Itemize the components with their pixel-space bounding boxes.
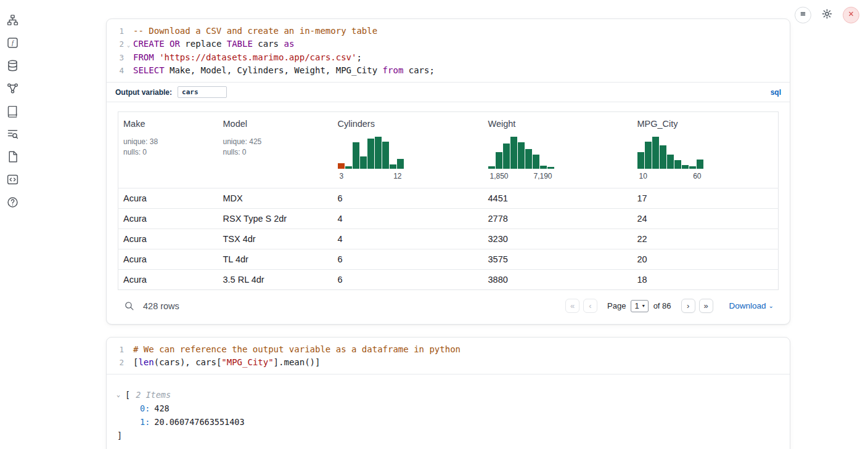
table-row[interactable]: AcuraRSX Type S 2dr4277824 xyxy=(118,209,779,229)
histogram-bar[interactable] xyxy=(652,137,659,169)
table-cell: Acura xyxy=(118,188,218,209)
histogram-bar[interactable] xyxy=(345,166,352,169)
histogram-bar[interactable] xyxy=(360,156,367,169)
file-explorer-icon[interactable] xyxy=(5,12,20,27)
line-number: 3 xyxy=(109,52,124,64)
fold-chevron-icon[interactable]: ⌄ xyxy=(124,39,133,51)
column-stat: unique: 38 xyxy=(123,137,213,147)
table-row[interactable]: AcuraMDX6445117 xyxy=(118,188,779,209)
code-line: 3FROM 'https://datasets.marimo.app/cars.… xyxy=(109,51,784,64)
download-button[interactable]: Download ⌄ xyxy=(729,301,774,310)
tree-close: ] xyxy=(117,429,779,442)
line-number: 1 xyxy=(109,25,124,38)
column-header-make[interactable]: Makeunique: 38nulls: 0 xyxy=(118,112,218,188)
weight-histogram[interactable] xyxy=(488,137,554,169)
tree-entry: 0:428 xyxy=(117,402,779,415)
last-page-icon: » xyxy=(703,301,708,310)
histogram-bar[interactable] xyxy=(397,159,404,169)
prev-page-button[interactable]: ‹ xyxy=(583,299,597,313)
code-line: 2[len(cars), cars["MPG_City"].mean()] xyxy=(109,356,784,369)
histogram-bar[interactable] xyxy=(637,152,644,169)
data-table: Makeunique: 38nulls: 0Modelunique: 425nu… xyxy=(118,111,779,290)
prev-page-icon: ‹ xyxy=(589,301,591,310)
histogram-bar[interactable] xyxy=(689,166,696,169)
line-number: 2 xyxy=(109,38,124,51)
documentation-icon[interactable] xyxy=(5,103,20,118)
tree-entries: 0:4281:20.060747663551403 xyxy=(117,402,779,429)
page-select[interactable]: 1 ▾ xyxy=(631,300,648,312)
histogram-bar[interactable] xyxy=(667,155,674,169)
code-text: # We can reference the output variable a… xyxy=(133,343,461,355)
histogram-bar[interactable] xyxy=(488,166,495,169)
table-cell: 18 xyxy=(633,270,779,290)
histogram-bar[interactable] xyxy=(674,160,681,169)
mpg_city-histogram[interactable] xyxy=(637,137,703,169)
line-number: 2 xyxy=(109,357,124,369)
histogram-bar[interactable] xyxy=(353,142,359,169)
table-cell: TSX 4dr xyxy=(218,229,333,249)
line-number: 4 xyxy=(109,65,124,77)
sql-code-editor[interactable]: 1-- Download a CSV and create an in-memo… xyxy=(107,19,790,82)
column-header-mpg_city[interactable]: MPG_City1060 xyxy=(633,112,779,188)
column-header-weight[interactable]: Weight1,8507,190 xyxy=(483,112,633,188)
histogram-bar[interactable] xyxy=(525,149,532,169)
code-editor-icon[interactable] xyxy=(5,172,20,187)
first-page-button[interactable]: « xyxy=(565,299,579,313)
help-icon[interactable] xyxy=(5,195,20,209)
histogram-range-labels: 1,8507,190 xyxy=(488,172,554,180)
histogram-bar[interactable] xyxy=(367,139,374,169)
table-cell: 4 xyxy=(333,209,483,229)
table-row[interactable]: AcuraTL 4dr6357520 xyxy=(118,249,779,270)
histogram-bar[interactable] xyxy=(496,152,502,169)
histogram-bar[interactable] xyxy=(697,160,703,169)
tree-value: 428 xyxy=(154,403,169,413)
settings-button[interactable] xyxy=(819,7,835,23)
column-title: Make xyxy=(123,119,213,129)
code-line: 1# We can reference the output variable … xyxy=(109,343,784,356)
histogram-bar[interactable] xyxy=(390,164,396,169)
search-icon[interactable] xyxy=(124,301,135,312)
histogram-bar[interactable] xyxy=(540,166,547,169)
histogram-bar[interactable] xyxy=(660,145,666,169)
menu-button[interactable] xyxy=(795,7,811,23)
scratchpad-icon[interactable]: f xyxy=(5,35,20,50)
close-button[interactable] xyxy=(843,7,859,23)
histogram-bar[interactable] xyxy=(533,155,539,169)
datasources-icon[interactable] xyxy=(5,58,20,73)
python-code-editor[interactable]: 1# We can reference the output variable … xyxy=(107,338,790,374)
output-variable-input[interactable] xyxy=(178,86,227,98)
column-header-cylinders[interactable]: Cylinders312 xyxy=(333,112,483,188)
cylinders-histogram[interactable] xyxy=(338,137,404,169)
histogram-bar[interactable] xyxy=(518,142,525,169)
column-header-model[interactable]: Modelunique: 425nulls: 0 xyxy=(218,112,333,188)
histogram-bar[interactable] xyxy=(375,137,382,169)
table-cell: Acura xyxy=(118,229,218,249)
histogram-bar[interactable] xyxy=(547,167,554,169)
logs-icon[interactable] xyxy=(5,126,20,141)
pagination: « ‹ Page 1 ▾ of 86 › » xyxy=(565,299,713,313)
language-badge[interactable]: sql xyxy=(771,88,781,97)
python-cell: 1# We can reference the output variable … xyxy=(106,337,790,449)
table-cell: RSX Type S 2dr xyxy=(218,209,333,229)
dependency-graph-icon[interactable] xyxy=(5,81,20,95)
table-cell: 3880 xyxy=(483,270,633,290)
collapse-chevron-icon[interactable]: ⌄ xyxy=(117,388,123,402)
histogram-bar[interactable] xyxy=(338,163,345,169)
table-row[interactable]: Acura3.5 RL 4dr6388018 xyxy=(118,270,779,290)
histogram-bar[interactable] xyxy=(382,142,389,169)
sidebar: f xyxy=(5,12,20,209)
table-cell: 6 xyxy=(333,188,483,209)
column-title: Cylinders xyxy=(338,119,478,129)
histogram-bar[interactable] xyxy=(645,142,652,169)
histogram-range-labels: 312 xyxy=(338,172,404,180)
settings-icon xyxy=(821,8,833,22)
next-page-button[interactable]: › xyxy=(681,299,695,313)
histogram-bar[interactable] xyxy=(503,144,510,169)
histogram-bar[interactable] xyxy=(510,137,517,169)
table-row[interactable]: AcuraTSX 4dr4323022 xyxy=(118,229,779,249)
histogram-bar[interactable] xyxy=(682,165,689,169)
snippets-icon[interactable] xyxy=(5,149,20,164)
table-cell: TL 4dr xyxy=(218,249,333,270)
chevron-down-icon: ⌄ xyxy=(769,302,774,309)
last-page-button[interactable]: » xyxy=(699,299,713,313)
